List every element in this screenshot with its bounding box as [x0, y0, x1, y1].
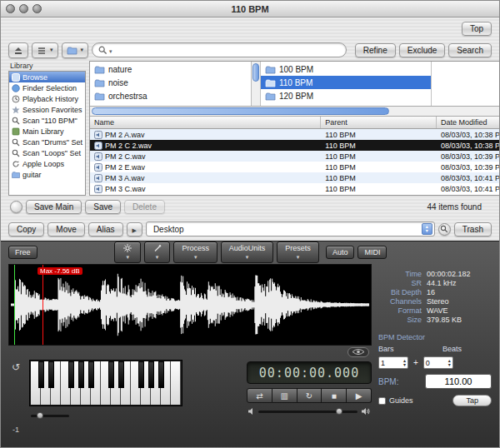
sidebar-item-playback-history[interactable]: Playback History [9, 93, 85, 104]
find-button[interactable] [438, 223, 451, 236]
volume-control[interactable] [247, 407, 372, 416]
top-button[interactable]: Top [462, 22, 492, 36]
zoom-button[interactable] [32, 4, 42, 13]
column-header-parent[interactable]: Parent [321, 117, 437, 128]
file-list: PM 2 A.wav 110 BPM 08/03/03, 10:38 PM PM… [90, 129, 500, 195]
volume-track[interactable] [258, 411, 358, 413]
action-round-button[interactable] [10, 201, 22, 213]
sidebar-item-scan-loops-set[interactable]: Scan "Loops" Set [9, 147, 85, 158]
table-row-selected[interactable]: PM 2 C 2.wav 110 BPM 08/03/03, 10:38 PM [90, 140, 500, 151]
column-scrollbar[interactable] [251, 62, 260, 106]
pattern-button[interactable]: ▥ [272, 388, 298, 403]
loop-button[interactable]: ↻ [298, 388, 322, 403]
table-row[interactable]: PM 2 C.wav 110 BPM 08/03/03, 10:39 PM [90, 151, 500, 162]
search-field[interactable] [92, 42, 347, 57]
library-icon [12, 127, 20, 136]
folder-item-120-bpm[interactable]: 120 BPM [261, 89, 431, 102]
list-view-icon [37, 46, 47, 55]
waveform-display[interactable] [9, 265, 371, 345]
cycle-mode-button[interactable]: ↺ [12, 361, 20, 373]
player-panel: Free Process AudioUnits Presets Auto MID… [1, 241, 499, 447]
sidebar-item-apple-loops[interactable]: Apple Loops [9, 158, 85, 169]
save-button[interactable]: Save [85, 200, 121, 214]
midi-button[interactable]: MIDI [358, 246, 387, 259]
sidebar-item-main-library[interactable]: Main Library [9, 126, 85, 137]
folder-column: nature noise orchestrsa [90, 62, 261, 106]
search-scope-chevron-icon[interactable] [109, 46, 112, 55]
process-menu-button[interactable]: Process [173, 241, 218, 263]
beats-stepper[interactable]: 0 [423, 356, 453, 369]
volume-thumb[interactable] [336, 408, 342, 415]
view-menu-button[interactable] [32, 42, 58, 58]
audio-file-icon [94, 131, 102, 139]
delete-button[interactable]: Delete [124, 200, 165, 214]
folder-item-100-bpm[interactable]: 100 BPM [261, 62, 431, 76]
volume-low-icon [248, 407, 255, 416]
eject-button[interactable] [8, 42, 28, 58]
bpm-value-display: 110.00 [425, 374, 492, 389]
column-header-name[interactable]: Name [90, 117, 321, 128]
horizontal-scrollbar[interactable] [90, 107, 500, 117]
play-button[interactable]: ▶ [347, 388, 372, 403]
destination-row: Copy Move Alias Desktop Trash [1, 217, 499, 241]
table-row[interactable]: PM 3 C.wav 110 BPM 08/03/03, 10:41 PM [90, 183, 500, 194]
sidebar-item-scan-110-bpm[interactable]: Scan "110 BPM" [9, 115, 85, 126]
shuffle-button[interactable]: ⇄ [247, 388, 272, 403]
table-row[interactable]: PM 2 A.wav 110 BPM 08/03/03, 10:38 PM [90, 129, 500, 140]
combo-arrows-icon[interactable] [422, 223, 432, 235]
transpose-slider-thumb[interactable] [37, 412, 43, 419]
waveform-area[interactable]: Max -7.56 dB [8, 264, 372, 346]
horizontal-scroll-thumb[interactable] [92, 107, 389, 115]
gear-menu-button[interactable] [114, 241, 140, 264]
sidebar-item-session-favorites[interactable]: Session Favorites [9, 104, 85, 115]
tool-menu-button[interactable] [144, 241, 170, 264]
close-button[interactable] [6, 4, 15, 13]
search-input[interactable] [114, 46, 340, 55]
sidebar-item-browse[interactable]: Browse [9, 72, 85, 82]
wand-icon [153, 244, 162, 252]
copy-button[interactable]: Copy [8, 222, 44, 236]
presets-menu-button[interactable]: Presets [277, 241, 319, 263]
sidebar-item-scan-drums-set[interactable]: Scan "Drums" Set [9, 137, 85, 147]
refine-button[interactable]: Refine [355, 43, 396, 57]
audiounits-menu-button[interactable]: AudioUnits [221, 241, 273, 263]
playhead-marker[interactable] [14, 265, 15, 345]
trash-button[interactable]: Trash [454, 222, 492, 236]
column-header-date-modified[interactable]: Date Modified [437, 117, 500, 128]
titlebar[interactable]: 110 BPM [1, 1, 499, 17]
search-button[interactable]: Search [448, 43, 492, 57]
folder-item-orchestrsa[interactable]: orchestrsa [90, 89, 260, 102]
exclude-button[interactable]: Exclude [399, 43, 446, 57]
save-main-button[interactable]: Save Main [26, 200, 82, 214]
piano-keyboard[interactable] [29, 360, 182, 406]
sidebar-item-guitar[interactable]: guitar [9, 169, 85, 180]
plus-label: + [413, 358, 418, 367]
stepper-arrows-icon[interactable] [448, 359, 451, 367]
search-toolbar: Refine Exclude Search [1, 39, 499, 61]
table-row[interactable]: PM 2 E.wav 110 BPM 08/03/03, 10:39 PM [90, 162, 500, 172]
reveal-arrow-button[interactable] [127, 222, 142, 236]
player-toolbar: Free Process AudioUnits Presets Auto MID… [1, 241, 499, 263]
folder-menu-button[interactable] [62, 42, 89, 58]
alias-button[interactable]: Alias [88, 222, 123, 236]
player-info-column: Time00:00:02.182 SR44.1 kHz Bit Depth16 … [378, 264, 492, 442]
guides-checkbox[interactable] [378, 397, 386, 405]
stop-button[interactable]: ■ [322, 388, 347, 403]
auto-button[interactable]: Auto [326, 246, 355, 259]
top-row: Top [1, 17, 499, 39]
folder-item-noise[interactable]: noise [90, 76, 260, 89]
sidebar-item-finder-selection[interactable]: Finder Selection [9, 82, 85, 93]
folder-item-110-bpm[interactable]: 110 BPM [261, 76, 431, 89]
tap-button[interactable]: Tap [452, 395, 492, 406]
bars-stepper[interactable]: 1 [378, 356, 408, 369]
table-row[interactable]: PM 3 A.wav 110 BPM 08/03/03, 10:41 PM [90, 172, 500, 183]
free-button[interactable]: Free [8, 246, 38, 259]
under-wave-row [8, 346, 372, 358]
folder-item-nature[interactable]: nature [90, 62, 260, 76]
transpose-slider[interactable] [31, 415, 69, 417]
view-toggle-button[interactable] [348, 347, 369, 357]
destination-select[interactable]: Desktop [146, 222, 435, 236]
stepper-arrows-icon[interactable] [403, 359, 406, 367]
move-button[interactable]: Move [48, 222, 84, 236]
minimize-button[interactable] [19, 4, 28, 13]
